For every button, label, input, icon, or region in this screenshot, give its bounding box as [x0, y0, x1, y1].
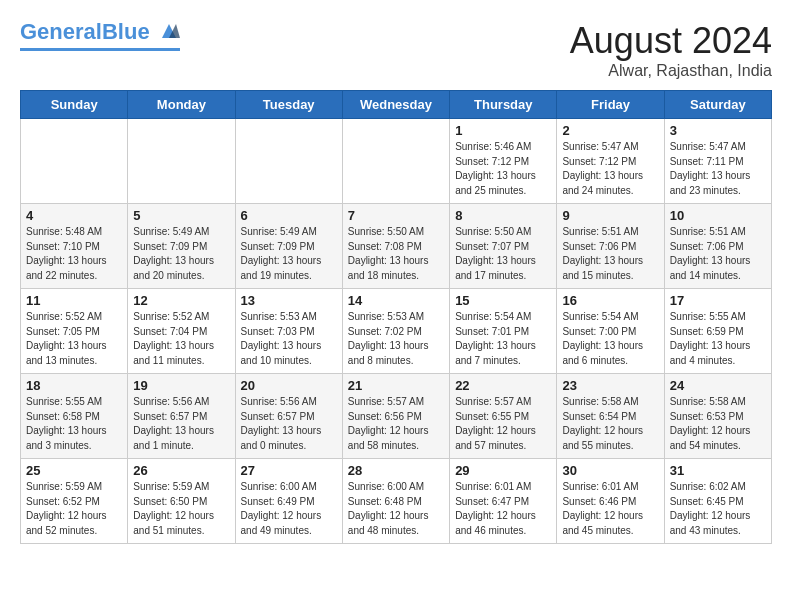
cell-info: Sunrise: 5:57 AM Sunset: 6:55 PM Dayligh… [455, 395, 551, 453]
calendar-cell: 22Sunrise: 5:57 AM Sunset: 6:55 PM Dayli… [450, 374, 557, 459]
day-number: 15 [455, 293, 551, 308]
day-number: 3 [670, 123, 766, 138]
day-number: 12 [133, 293, 229, 308]
calendar-table: SundayMondayTuesdayWednesdayThursdayFrid… [20, 90, 772, 544]
cell-info: Sunrise: 5:54 AM Sunset: 7:01 PM Dayligh… [455, 310, 551, 368]
cell-info: Sunrise: 5:59 AM Sunset: 6:50 PM Dayligh… [133, 480, 229, 538]
cell-info: Sunrise: 5:53 AM Sunset: 7:03 PM Dayligh… [241, 310, 337, 368]
day-number: 6 [241, 208, 337, 223]
calendar-week-row: 1Sunrise: 5:46 AM Sunset: 7:12 PM Daylig… [21, 119, 772, 204]
cell-info: Sunrise: 5:58 AM Sunset: 6:53 PM Dayligh… [670, 395, 766, 453]
calendar-cell: 2Sunrise: 5:47 AM Sunset: 7:12 PM Daylig… [557, 119, 664, 204]
calendar-cell: 14Sunrise: 5:53 AM Sunset: 7:02 PM Dayli… [342, 289, 449, 374]
calendar-cell: 5Sunrise: 5:49 AM Sunset: 7:09 PM Daylig… [128, 204, 235, 289]
calendar-cell: 24Sunrise: 5:58 AM Sunset: 6:53 PM Dayli… [664, 374, 771, 459]
day-number: 13 [241, 293, 337, 308]
calendar-cell: 30Sunrise: 6:01 AM Sunset: 6:46 PM Dayli… [557, 459, 664, 544]
day-number: 18 [26, 378, 122, 393]
calendar-cell: 3Sunrise: 5:47 AM Sunset: 7:11 PM Daylig… [664, 119, 771, 204]
calendar-week-row: 11Sunrise: 5:52 AM Sunset: 7:05 PM Dayli… [21, 289, 772, 374]
page-header: GeneralBlue August 2024 Alwar, Rajasthan… [20, 20, 772, 80]
calendar-cell: 17Sunrise: 5:55 AM Sunset: 6:59 PM Dayli… [664, 289, 771, 374]
calendar-cell: 8Sunrise: 5:50 AM Sunset: 7:07 PM Daylig… [450, 204, 557, 289]
day-number: 30 [562, 463, 658, 478]
day-number: 31 [670, 463, 766, 478]
cell-info: Sunrise: 5:51 AM Sunset: 7:06 PM Dayligh… [562, 225, 658, 283]
day-number: 27 [241, 463, 337, 478]
calendar-cell: 31Sunrise: 6:02 AM Sunset: 6:45 PM Dayli… [664, 459, 771, 544]
cell-info: Sunrise: 5:57 AM Sunset: 6:56 PM Dayligh… [348, 395, 444, 453]
calendar-cell: 4Sunrise: 5:48 AM Sunset: 7:10 PM Daylig… [21, 204, 128, 289]
day-number: 11 [26, 293, 122, 308]
calendar-cell [342, 119, 449, 204]
cell-info: Sunrise: 5:50 AM Sunset: 7:08 PM Dayligh… [348, 225, 444, 283]
calendar-cell: 26Sunrise: 5:59 AM Sunset: 6:50 PM Dayli… [128, 459, 235, 544]
calendar-week-row: 18Sunrise: 5:55 AM Sunset: 6:58 PM Dayli… [21, 374, 772, 459]
calendar-cell: 28Sunrise: 6:00 AM Sunset: 6:48 PM Dayli… [342, 459, 449, 544]
day-number: 4 [26, 208, 122, 223]
day-number: 14 [348, 293, 444, 308]
day-number: 19 [133, 378, 229, 393]
cell-info: Sunrise: 5:56 AM Sunset: 6:57 PM Dayligh… [241, 395, 337, 453]
cell-info: Sunrise: 5:46 AM Sunset: 7:12 PM Dayligh… [455, 140, 551, 198]
logo-underline [20, 48, 180, 51]
cell-info: Sunrise: 5:49 AM Sunset: 7:09 PM Dayligh… [241, 225, 337, 283]
day-number: 16 [562, 293, 658, 308]
cell-info: Sunrise: 5:52 AM Sunset: 7:04 PM Dayligh… [133, 310, 229, 368]
cell-info: Sunrise: 6:01 AM Sunset: 6:46 PM Dayligh… [562, 480, 658, 538]
day-number: 22 [455, 378, 551, 393]
month-year: August 2024 [570, 20, 772, 62]
calendar-cell: 19Sunrise: 5:56 AM Sunset: 6:57 PM Dayli… [128, 374, 235, 459]
calendar-cell [235, 119, 342, 204]
cell-info: Sunrise: 5:58 AM Sunset: 6:54 PM Dayligh… [562, 395, 658, 453]
calendar-cell: 18Sunrise: 5:55 AM Sunset: 6:58 PM Dayli… [21, 374, 128, 459]
cell-info: Sunrise: 6:00 AM Sunset: 6:48 PM Dayligh… [348, 480, 444, 538]
day-number: 28 [348, 463, 444, 478]
logo-text: GeneralBlue [20, 20, 180, 46]
calendar-header-row: SundayMondayTuesdayWednesdayThursdayFrid… [21, 91, 772, 119]
cell-info: Sunrise: 5:50 AM Sunset: 7:07 PM Dayligh… [455, 225, 551, 283]
cell-info: Sunrise: 6:00 AM Sunset: 6:49 PM Dayligh… [241, 480, 337, 538]
day-number: 20 [241, 378, 337, 393]
day-number: 2 [562, 123, 658, 138]
calendar-cell: 16Sunrise: 5:54 AM Sunset: 7:00 PM Dayli… [557, 289, 664, 374]
calendar-cell: 7Sunrise: 5:50 AM Sunset: 7:08 PM Daylig… [342, 204, 449, 289]
cell-info: Sunrise: 5:51 AM Sunset: 7:06 PM Dayligh… [670, 225, 766, 283]
logo-blue: Blue [102, 19, 150, 44]
calendar-cell: 21Sunrise: 5:57 AM Sunset: 6:56 PM Dayli… [342, 374, 449, 459]
cell-info: Sunrise: 6:02 AM Sunset: 6:45 PM Dayligh… [670, 480, 766, 538]
calendar-week-row: 4Sunrise: 5:48 AM Sunset: 7:10 PM Daylig… [21, 204, 772, 289]
title-area: August 2024 Alwar, Rajasthan, India [570, 20, 772, 80]
location: Alwar, Rajasthan, India [570, 62, 772, 80]
day-of-week-header: Monday [128, 91, 235, 119]
cell-info: Sunrise: 5:48 AM Sunset: 7:10 PM Dayligh… [26, 225, 122, 283]
day-number: 29 [455, 463, 551, 478]
day-number: 26 [133, 463, 229, 478]
cell-info: Sunrise: 5:47 AM Sunset: 7:11 PM Dayligh… [670, 140, 766, 198]
day-number: 7 [348, 208, 444, 223]
calendar-week-row: 25Sunrise: 5:59 AM Sunset: 6:52 PM Dayli… [21, 459, 772, 544]
cell-info: Sunrise: 5:54 AM Sunset: 7:00 PM Dayligh… [562, 310, 658, 368]
calendar-cell: 11Sunrise: 5:52 AM Sunset: 7:05 PM Dayli… [21, 289, 128, 374]
calendar-cell: 12Sunrise: 5:52 AM Sunset: 7:04 PM Dayli… [128, 289, 235, 374]
cell-info: Sunrise: 5:49 AM Sunset: 7:09 PM Dayligh… [133, 225, 229, 283]
cell-info: Sunrise: 5:53 AM Sunset: 7:02 PM Dayligh… [348, 310, 444, 368]
calendar-cell: 13Sunrise: 5:53 AM Sunset: 7:03 PM Dayli… [235, 289, 342, 374]
calendar-cell [128, 119, 235, 204]
day-of-week-header: Saturday [664, 91, 771, 119]
logo: GeneralBlue [20, 20, 180, 51]
day-number: 21 [348, 378, 444, 393]
cell-info: Sunrise: 5:55 AM Sunset: 6:59 PM Dayligh… [670, 310, 766, 368]
cell-info: Sunrise: 6:01 AM Sunset: 6:47 PM Dayligh… [455, 480, 551, 538]
calendar-cell: 6Sunrise: 5:49 AM Sunset: 7:09 PM Daylig… [235, 204, 342, 289]
calendar-cell: 15Sunrise: 5:54 AM Sunset: 7:01 PM Dayli… [450, 289, 557, 374]
calendar-cell: 20Sunrise: 5:56 AM Sunset: 6:57 PM Dayli… [235, 374, 342, 459]
cell-info: Sunrise: 5:59 AM Sunset: 6:52 PM Dayligh… [26, 480, 122, 538]
calendar-cell: 1Sunrise: 5:46 AM Sunset: 7:12 PM Daylig… [450, 119, 557, 204]
cell-info: Sunrise: 5:56 AM Sunset: 6:57 PM Dayligh… [133, 395, 229, 453]
logo-general: General [20, 19, 102, 44]
day-of-week-header: Thursday [450, 91, 557, 119]
calendar-cell: 29Sunrise: 6:01 AM Sunset: 6:47 PM Dayli… [450, 459, 557, 544]
day-number: 25 [26, 463, 122, 478]
calendar-cell: 10Sunrise: 5:51 AM Sunset: 7:06 PM Dayli… [664, 204, 771, 289]
